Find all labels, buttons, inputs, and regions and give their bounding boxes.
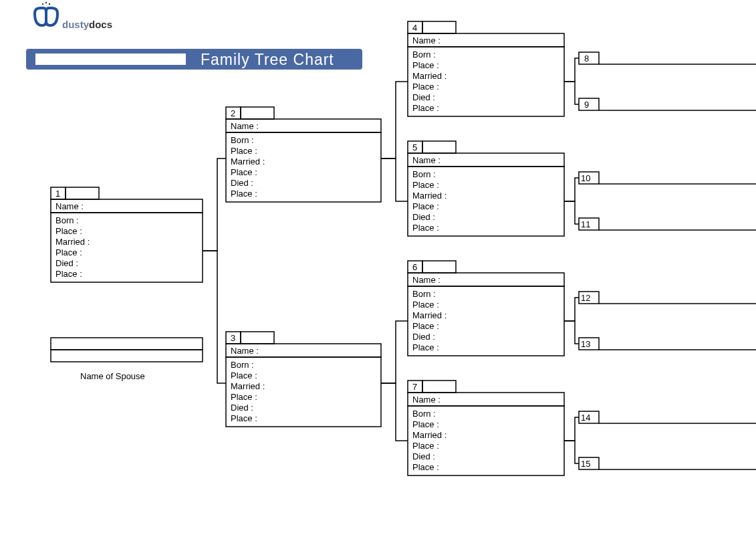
ancestor-box-6[interactable]: 6Name :Born :Place :Married :Place :Died…	[408, 261, 564, 356]
svg-text:Place :: Place :	[231, 413, 257, 423]
svg-text:10: 10	[581, 173, 590, 183]
svg-point-0	[42, 3, 43, 5]
svg-text:Born :: Born :	[231, 360, 254, 370]
svg-text:Name :: Name :	[412, 275, 440, 285]
ancestor-box-1[interactable]: 1Name :Born :Place :Married :Place :Died…	[51, 187, 203, 282]
svg-rect-6	[66, 187, 99, 199]
svg-text:Place :: Place :	[412, 201, 439, 211]
svg-text:Place :: Place :	[231, 167, 257, 177]
svg-rect-88	[51, 338, 203, 350]
ancestor-box-5[interactable]: 5Name :Born :Place :Married :Place :Died…	[408, 141, 564, 236]
tab-11[interactable]: 11	[579, 218, 756, 230]
svg-text:Place :: Place :	[55, 226, 82, 236]
tab-9[interactable]: 9	[579, 98, 756, 110]
svg-text:3: 3	[231, 333, 235, 343]
svg-text:Born :: Born :	[412, 409, 436, 419]
svg-text:Married :: Married :	[231, 381, 265, 391]
tab-8[interactable]: 8	[579, 52, 756, 64]
brand-dusty: dusty	[62, 19, 90, 30]
svg-text:2: 2	[231, 108, 235, 118]
svg-text:Born :: Born :	[412, 289, 436, 299]
svg-text:Place :: Place :	[231, 189, 257, 199]
svg-text:Died :: Died :	[412, 451, 435, 461]
svg-text:8: 8	[584, 54, 589, 64]
spouse-label: Name of Spouse	[80, 371, 145, 381]
svg-text:Place :: Place :	[55, 269, 82, 279]
svg-text:Born :: Born :	[412, 169, 436, 179]
brand-docs: docs	[89, 19, 112, 30]
tab-15[interactable]: 15	[579, 457, 756, 469]
tab-12[interactable]: 12	[579, 292, 756, 304]
svg-text:Married :: Married :	[412, 430, 447, 440]
svg-text:Place :: Place :	[412, 321, 439, 331]
ancestor-box-7[interactable]: 7Name :Born :Place :Married :Place :Died…	[408, 381, 564, 475]
spouse-box[interactable]: Name of Spouse	[51, 338, 203, 381]
svg-text:Married :: Married :	[231, 156, 265, 167]
svg-text:Place :: Place :	[412, 180, 439, 190]
svg-text:Died :: Died :	[231, 403, 253, 413]
svg-text:Born :: Born :	[55, 215, 79, 225]
svg-rect-66	[422, 261, 456, 273]
svg-rect-89	[51, 350, 203, 362]
svg-text:Place :: Place :	[412, 300, 439, 310]
page-title: Family Tree Chart	[201, 51, 334, 68]
svg-text:1: 1	[55, 189, 60, 199]
svg-text:Place :: Place :	[231, 146, 257, 156]
svg-point-1	[45, 2, 47, 3]
svg-text:13: 13	[581, 339, 590, 349]
svg-text:Place :: Place :	[231, 370, 257, 381]
svg-text:Died :: Died :	[55, 258, 78, 268]
svg-text:4: 4	[412, 23, 417, 33]
svg-text:Name :: Name :	[412, 395, 440, 405]
svg-text:Married :: Married :	[412, 310, 447, 320]
ancestor-box-3[interactable]: 3Name :Born :Place :Married :Place :Died…	[226, 332, 381, 427]
svg-text:Place :: Place :	[412, 441, 439, 451]
svg-text:Died :: Died :	[412, 212, 435, 222]
svg-text:Place :: Place :	[55, 247, 82, 257]
svg-text:Place :: Place :	[412, 223, 439, 233]
svg-text:Place :: Place :	[412, 60, 439, 70]
tab-14[interactable]: 14	[579, 411, 756, 423]
logo: dustydocs	[35, 2, 112, 30]
ancestor-box-4[interactable]: 4Name :Born :Place :Married :Place :Died…	[408, 21, 564, 116]
svg-text:Name :: Name :	[231, 121, 259, 131]
svg-text:Married :: Married :	[55, 237, 90, 247]
svg-rect-18	[241, 107, 274, 119]
svg-text:Name :: Name :	[412, 155, 440, 165]
svg-text:15: 15	[581, 459, 590, 469]
tab-10[interactable]: 10	[579, 172, 756, 184]
svg-point-2	[49, 3, 50, 5]
svg-text:Place :: Place :	[412, 462, 439, 472]
title-input-box[interactable]	[35, 54, 186, 65]
svg-text:5: 5	[412, 142, 417, 152]
svg-text:Name :: Name :	[231, 346, 259, 356]
svg-text:Name :: Name :	[55, 201, 84, 211]
svg-text:14: 14	[581, 413, 590, 423]
tab-13[interactable]: 13	[579, 338, 756, 350]
svg-text:Place :: Place :	[412, 103, 439, 113]
svg-rect-42	[422, 21, 456, 33]
svg-rect-30	[241, 332, 274, 344]
svg-rect-54	[422, 141, 456, 153]
svg-rect-78	[422, 381, 456, 393]
svg-text:9: 9	[584, 100, 589, 110]
family-tree-chart: dustydocs Family Tree Chart 1Name :Born …	[0, 0, 756, 535]
svg-text:11: 11	[581, 219, 590, 229]
svg-text:Place :: Place :	[231, 392, 257, 402]
svg-text:Died :: Died :	[231, 178, 253, 188]
svg-text:Died :: Died :	[412, 92, 435, 102]
svg-text:Married :: Married :	[412, 71, 447, 81]
svg-text:dustydocs: dustydocs	[62, 19, 112, 30]
ancestor-box-2[interactable]: 2Name :Born :Place :Married :Place :Died…	[226, 107, 381, 202]
svg-text:Died :: Died :	[412, 332, 435, 342]
svg-text:Born :: Born :	[231, 135, 254, 145]
svg-text:Place :: Place :	[412, 342, 439, 352]
svg-text:7: 7	[412, 382, 417, 392]
svg-text:Born :: Born :	[412, 49, 436, 60]
svg-text:Place :: Place :	[412, 82, 439, 92]
svg-text:Name :: Name :	[412, 35, 440, 45]
svg-text:Place :: Place :	[412, 419, 439, 429]
svg-text:Married :: Married :	[412, 191, 447, 201]
svg-text:12: 12	[581, 293, 590, 303]
svg-text:6: 6	[412, 262, 417, 272]
